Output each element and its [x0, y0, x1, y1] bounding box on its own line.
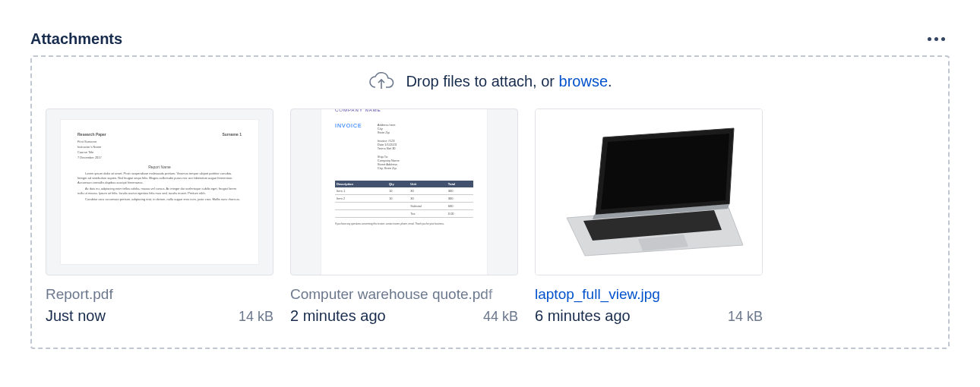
more-options-button[interactable] [923, 33, 950, 46]
attachment-time: Just now [46, 307, 106, 325]
drop-hint: Drop files to attach, or browse. [46, 71, 934, 92]
drop-hint-prefix: Drop files to attach, or [406, 73, 558, 90]
attachment-time: 2 minutes ago [290, 307, 386, 325]
more-dot-icon [941, 37, 945, 41]
attachment-filename[interactable]: laptop_full_view.jpg [535, 286, 763, 303]
attachment-thumbnail[interactable]: COMPANY NAME INVOICE Address hereCitySta… [290, 109, 518, 275]
drop-hint-text: Drop files to attach, or browse. [406, 73, 612, 90]
attachment-card: Research PaperSurname 1 First Surname In… [46, 109, 273, 325]
attachment-card: laptop_full_view.jpg 6 minutes ago 14 kB [535, 109, 763, 325]
laptop-photo-preview [536, 109, 762, 275]
attachment-size: 14 kB [239, 309, 273, 325]
attachment-filename: Report.pdf [46, 286, 273, 303]
browse-link[interactable]: browse [559, 73, 608, 90]
document-preview: Research PaperSurname 1 First Surname In… [61, 120, 258, 264]
attachment-thumbnail[interactable] [535, 109, 763, 275]
drop-hint-suffix: . [608, 73, 612, 90]
more-dot-icon [934, 37, 938, 41]
attachment-filename: Computer warehouse quote.pdf [290, 286, 518, 303]
svg-marker-1 [601, 134, 729, 209]
section-title: Attachments [30, 30, 122, 48]
attachment-thumbnail[interactable]: Research PaperSurname 1 First Surname In… [46, 109, 273, 275]
cloud-upload-icon [368, 71, 395, 92]
attachments-dropzone[interactable]: Drop files to attach, or browse. Researc… [30, 55, 950, 349]
attachment-time: 6 minutes ago [535, 307, 631, 325]
attachment-card: COMPANY NAME INVOICE Address hereCitySta… [290, 109, 518, 325]
attachment-cards: Research PaperSurname 1 First Surname In… [46, 109, 934, 325]
invoice-preview: COMPANY NAME INVOICE Address hereCitySta… [321, 109, 488, 275]
attachment-size: 44 kB [483, 309, 518, 325]
attachment-size: 14 kB [728, 309, 763, 325]
more-dot-icon [928, 37, 931, 41]
